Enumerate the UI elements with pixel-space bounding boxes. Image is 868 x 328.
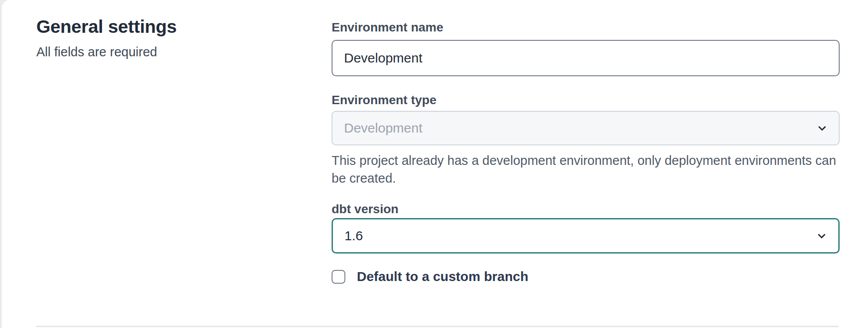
default-custom-branch-label: Default to a custom branch	[357, 269, 528, 285]
page-title: General settings	[36, 15, 285, 38]
settings-card: General settings All fields are required…	[2, 0, 868, 328]
chevron-down-icon	[816, 230, 828, 242]
dbt-version-value: 1.6	[344, 228, 363, 243]
environment-type-value: Development	[344, 121, 422, 136]
dbt-version-label: dbt version	[332, 201, 840, 217]
general-settings-form: Environment name Environment type Develo…	[332, 20, 840, 285]
section-header: General settings All fields are required	[36, 15, 285, 60]
section-divider	[36, 326, 839, 327]
environment-name-input[interactable]	[332, 40, 840, 76]
environment-type-help: This project already has a development e…	[332, 152, 840, 187]
section-subtitle: All fields are required	[36, 43, 285, 60]
default-custom-branch-checkbox[interactable]	[332, 270, 345, 284]
environment-type-select: Development	[332, 111, 840, 145]
default-custom-branch-row[interactable]: Default to a custom branch	[332, 269, 528, 285]
dbt-version-select[interactable]: 1.6	[332, 218, 840, 254]
chevron-down-icon	[816, 122, 828, 134]
environment-type-label: Environment type	[332, 92, 840, 108]
environment-name-label: Environment name	[332, 20, 840, 35]
